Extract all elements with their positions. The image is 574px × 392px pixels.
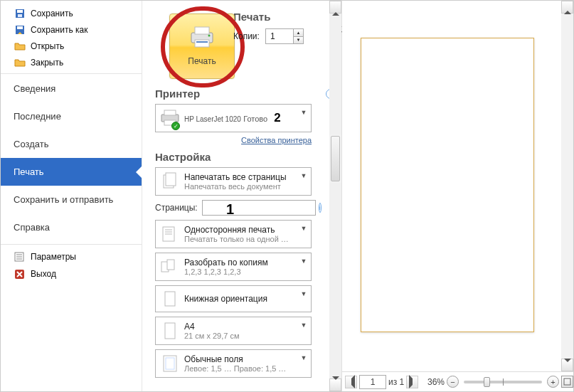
zoom-in-button[interactable]: + <box>547 376 559 388</box>
zoom-slider-knob[interactable] <box>484 377 490 387</box>
single-side-icon <box>160 224 180 244</box>
sidebar: Сохранить Сохранить как Открыть Закрыть … <box>1 1 142 391</box>
spinner-up-icon[interactable]: ▲ <box>293 29 303 37</box>
svg-rect-4 <box>17 26 23 29</box>
chevron-down-icon: ▼ <box>299 225 308 232</box>
printer-icon <box>188 24 216 52</box>
print-button[interactable]: Печать <box>169 14 235 79</box>
page-icon <box>160 321 180 341</box>
sides-main: Односторонняя печать <box>184 225 299 235</box>
pages-input[interactable] <box>202 200 316 216</box>
sidebar-item-label: Сохранить <box>31 9 73 18</box>
sidebar-item-info[interactable]: Сведения <box>1 75 142 102</box>
zoom-slider[interactable] <box>464 381 542 383</box>
scope-sub: Напечатать весь документ <box>184 182 299 191</box>
sidebar-item-open[interactable]: Открыть <box>1 38 142 54</box>
preview-page <box>361 38 534 332</box>
scroll-up-icon[interactable] <box>561 1 573 14</box>
collate-selector[interactable]: Разобрать по копиям 1,2,3 1,2,3 1,2,3 ▼ <box>155 253 312 281</box>
sidebar-item-label: Выход <box>31 269 56 279</box>
sidebar-item-label: Сохранить как <box>31 25 87 35</box>
margins-icon <box>160 354 180 374</box>
spinner-down-icon[interactable]: ▼ <box>293 37 303 44</box>
svg-rect-12 <box>195 40 209 47</box>
settings-scrollbar[interactable] <box>329 1 341 391</box>
sidebar-item-save[interactable]: Сохранить <box>1 5 142 21</box>
chevron-down-icon: ▼ <box>299 258 308 265</box>
svg-rect-16 <box>164 110 176 115</box>
sidebar-separator <box>1 244 142 245</box>
copies-spinner[interactable]: 1 ▲ ▼ <box>265 28 304 44</box>
svg-rect-19 <box>166 173 176 186</box>
print-heading: Печать <box>233 11 304 23</box>
copies-value: 1 <box>266 29 293 43</box>
copies-label: Копии: <box>233 31 260 41</box>
print-button-label: Печать <box>188 56 216 66</box>
margins-main: Обычные поля <box>184 354 299 364</box>
paper-main: A4 <box>184 322 299 332</box>
sidebar-item-saveas[interactable]: Сохранить как <box>1 21 142 38</box>
sidebar-item-label: Открыть <box>31 41 64 51</box>
options-icon <box>14 251 26 263</box>
print-scope-selector[interactable]: Напечатать все страницы Напечатать весь … <box>155 167 312 196</box>
sidebar-item-help[interactable]: Справка <box>1 213 142 241</box>
collate-icon <box>160 257 180 277</box>
sidebar-item-save-send[interactable]: Сохранить и отправить <box>1 186 142 213</box>
collate-sub: 1,2,3 1,2,3 1,2,3 <box>184 267 299 276</box>
page-total-label: из 1 <box>388 377 404 387</box>
scroll-down-icon[interactable] <box>329 378 341 391</box>
open-folder-icon <box>14 41 26 52</box>
chevron-down-icon: ▼ <box>299 109 308 116</box>
margins-selector[interactable]: Обычные поля Левое: 1,5 … Правое: 1,5 … … <box>155 349 312 378</box>
annotation-2: 2 <box>274 115 280 123</box>
saveas-icon <box>14 24 26 36</box>
page-number-field[interactable]: 1 <box>359 375 386 389</box>
svg-rect-30 <box>564 378 570 385</box>
pages-label: Страницы: <box>155 203 198 213</box>
sidebar-item-print[interactable]: Печать <box>1 158 142 186</box>
settings-heading: Настройка <box>155 151 211 163</box>
next-page-button[interactable] <box>406 376 418 388</box>
printer-properties-link[interactable]: Свойства принтера <box>241 136 312 144</box>
collate-main: Разобрать по копиям <box>184 258 299 267</box>
exit-icon <box>14 268 26 280</box>
portrait-icon <box>160 289 180 309</box>
svg-point-14 <box>208 34 211 36</box>
printer-name: HP LaserJet 1020 <box>184 115 241 123</box>
zoom-out-button[interactable]: − <box>447 376 459 388</box>
svg-rect-13 <box>196 41 208 43</box>
sidebar-item-recent[interactable]: Последние <box>1 102 142 130</box>
sides-selector[interactable]: Односторонняя печать Печатать только на … <box>155 220 312 248</box>
scroll-up-icon[interactable] <box>329 1 341 14</box>
scroll-down-icon[interactable] <box>561 359 573 371</box>
save-icon <box>14 8 26 19</box>
chevron-down-icon: ▼ <box>299 354 308 361</box>
svg-rect-27 <box>165 323 175 339</box>
margins-sub: Левое: 1,5 … Правое: 1,5 … <box>184 364 299 373</box>
sidebar-item-close[interactable]: Закрыть <box>1 54 142 70</box>
preview-footer: 1 из 1 36% − + <box>342 371 573 391</box>
scope-main: Напечатать все страницы <box>184 172 299 182</box>
scroll-thumb[interactable] <box>331 136 340 181</box>
sides-sub: Печатать только на одной … <box>184 235 299 243</box>
sidebar-item-new[interactable]: Создать <box>1 130 142 158</box>
svg-rect-2 <box>18 14 22 17</box>
sidebar-item-exit[interactable]: Выход <box>1 265 142 282</box>
prev-page-button[interactable] <box>345 376 357 388</box>
chevron-down-icon: ▼ <box>299 322 308 329</box>
print-preview-panel: 1 из 1 36% − + <box>342 1 573 391</box>
printer-selector[interactable]: ✓ HP LaserJet 1020 Готово 2 ▼ <box>155 104 312 132</box>
sidebar-item-label: Закрыть <box>31 58 63 68</box>
info-icon[interactable]: i <box>319 203 321 213</box>
svg-rect-1 <box>17 10 23 13</box>
sidebar-item-options[interactable]: Параметры <box>1 248 142 265</box>
sidebar-separator <box>1 73 142 74</box>
pages-stack-icon <box>160 171 180 191</box>
orientation-selector[interactable]: Книжная ориентация ▼ <box>155 285 312 312</box>
svg-rect-25 <box>167 260 174 270</box>
paper-sub: 21 см x 29,7 см <box>184 332 299 340</box>
fit-to-window-button[interactable] <box>561 376 573 388</box>
printer-status-ok-icon: ✓ <box>171 122 180 130</box>
paper-size-selector[interactable]: A4 21 см x 29,7 см ▼ <box>155 317 312 345</box>
preview-scrollbar[interactable] <box>561 1 573 371</box>
